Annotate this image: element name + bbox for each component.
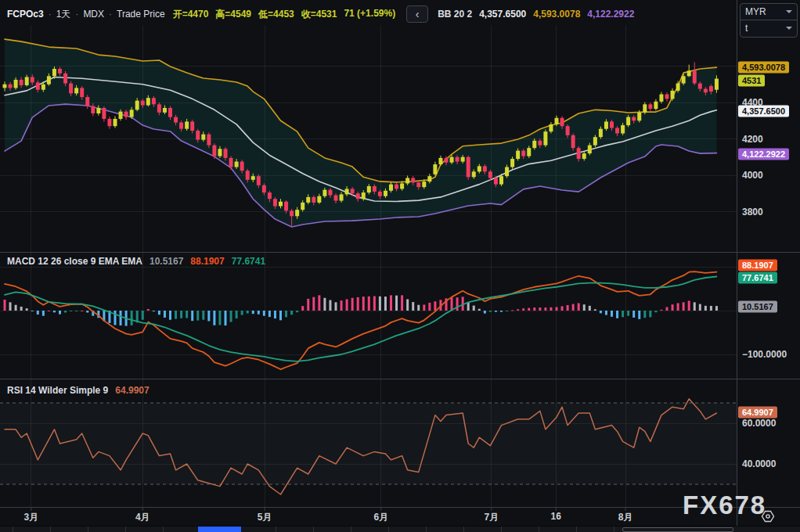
candle (229, 158, 233, 167)
candle (69, 84, 73, 94)
candle (212, 146, 216, 156)
candle (306, 197, 310, 203)
rsi-legend-title[interactable]: RSI 14 Wilder Simple 9 (7, 385, 108, 396)
candle (654, 102, 658, 109)
candle (698, 84, 702, 89)
candle (279, 202, 283, 207)
unit-value: t (745, 23, 748, 34)
axis-price-badge: 64.9907 (738, 407, 777, 419)
scrollbar-range-box[interactable] (622, 527, 733, 532)
macd-histogram-bar (417, 305, 420, 311)
macd-histogram-bar (31, 311, 34, 311)
candle (648, 104, 652, 109)
macd-histogram-bar (323, 298, 326, 311)
candle (328, 190, 332, 196)
candle (340, 194, 344, 200)
candle (560, 118, 564, 126)
macd-histogram-bar (561, 306, 564, 311)
candle (384, 191, 387, 196)
scrollbar-thumb[interactable] (198, 527, 241, 532)
candle (389, 185, 393, 191)
macd-legend-title[interactable]: MACD 12 26 close 9 EMA EMA (7, 256, 142, 267)
macd-histogram-bar (589, 306, 591, 311)
candle (207, 135, 211, 146)
bollinger-value: 4,357.6500 (479, 9, 526, 20)
candle (549, 124, 553, 131)
macd-value: 77.6741 (232, 256, 265, 267)
macd-histogram-bar (296, 311, 298, 312)
macd-histogram-bar (401, 295, 403, 311)
macd-histogram-bar (467, 302, 470, 311)
candle (63, 74, 67, 84)
price-axis[interactable]: 4400420040003800−100.000060.000040.00004… (737, 0, 800, 532)
bollinger-legend-title[interactable]: BB 20 2 (438, 9, 472, 20)
macd-histogram-bar (318, 295, 320, 311)
candle (301, 203, 305, 210)
candle (400, 183, 404, 189)
candle (456, 157, 459, 162)
macd-histogram-bar (329, 300, 331, 311)
macd-histogram-bar (186, 311, 188, 318)
candle (671, 91, 675, 99)
macd-histogram-bar (312, 297, 315, 311)
scrollbar-segment-divider (125, 527, 126, 532)
macd-histogram-bar (654, 311, 657, 312)
macd-histogram-bar (660, 310, 662, 311)
macd-histogram-bar (373, 297, 376, 311)
candle (395, 185, 398, 189)
macd-histogram-bar (341, 300, 343, 311)
macd-histogram-bar (672, 304, 674, 311)
macd-histogram-bar (578, 303, 580, 311)
rsi-tick: 60.0000 (742, 418, 776, 429)
macd-histogram-bar (683, 302, 685, 311)
candle (615, 128, 619, 134)
macd-histogram-bar (20, 307, 23, 311)
macd-histogram-bar (301, 306, 304, 311)
symbol-name[interactable]: FCPOc3 (7, 9, 44, 20)
macd-histogram-bar (346, 299, 348, 311)
collapse-indicators-button[interactable]: ‹ (406, 5, 428, 23)
interval-label[interactable]: 1天 (56, 8, 71, 21)
candle (295, 210, 299, 216)
macd-histogram-bar (236, 311, 238, 318)
rsi-value: 64.9907 (115, 385, 149, 396)
candle (687, 70, 691, 76)
currency-dropdown[interactable]: MYR (741, 4, 797, 20)
candle (709, 86, 713, 92)
macd-histogram-bar (53, 311, 56, 312)
candle (543, 131, 547, 145)
macd-histogram-bar (379, 297, 381, 311)
candle (130, 110, 134, 117)
candle (185, 121, 189, 128)
bottom-scrollbar[interactable] (0, 526, 800, 532)
macd-histogram-bar (649, 311, 651, 317)
candle (157, 104, 161, 112)
macd-histogram-bar (677, 303, 679, 311)
macd-histogram-bar (26, 308, 28, 311)
macd-histogram-bar (533, 307, 535, 311)
macd-histogram-bar (169, 311, 171, 320)
currency-value: MYR (745, 6, 766, 17)
candle (114, 119, 117, 126)
candle (488, 171, 492, 178)
candle (461, 157, 465, 162)
macd-histogram-bar (484, 311, 486, 314)
candle (405, 178, 409, 183)
unit-dropdown[interactable]: t (741, 20, 797, 36)
target-hexagon-icon[interactable] (760, 509, 776, 524)
scrollbar-segment-divider (88, 527, 88, 532)
macd-histogram-bar (643, 311, 646, 318)
candle (345, 189, 349, 194)
candle (588, 146, 592, 153)
candle (499, 176, 503, 184)
macd-histogram-bar (64, 311, 67, 313)
candle (494, 178, 498, 184)
macd-histogram-bar (86, 311, 88, 313)
candle (168, 108, 172, 117)
candle (362, 192, 366, 199)
time-axis[interactable]: 3月4月5月6月7月168月 (0, 507, 737, 526)
macd-histogram-bar (120, 311, 122, 325)
macd-histogram-bar (550, 307, 552, 311)
candle (621, 125, 625, 133)
candle (505, 167, 509, 177)
